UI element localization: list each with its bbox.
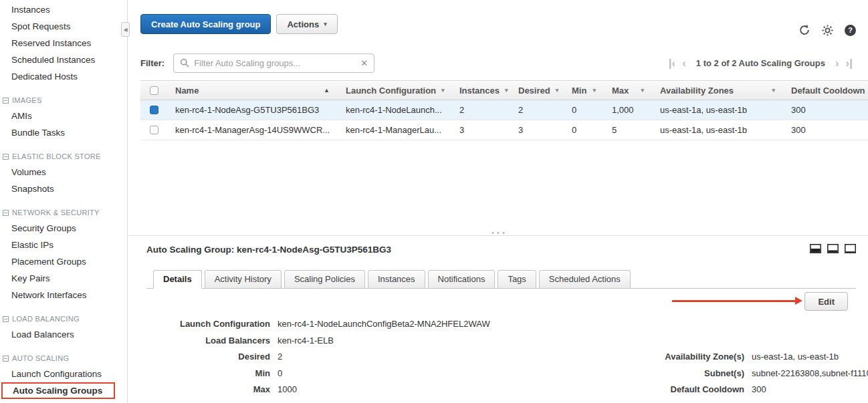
pane-split-small-icon[interactable] bbox=[827, 244, 839, 253]
filter-search-box: ✕ bbox=[173, 53, 374, 73]
row-checkbox[interactable] bbox=[150, 106, 158, 114]
sidebar-item-auto-scaling-groups[interactable]: Auto Scaling Groups bbox=[1, 382, 115, 399]
tab-notifications[interactable]: Notifications bbox=[428, 270, 496, 289]
column-header-label: Availability Zones bbox=[660, 86, 734, 96]
pane-resize-handle[interactable] bbox=[485, 230, 512, 236]
table-row[interactable]: ken-rc4-1-ManagerAsg-14US9WWCR...ken-rc4… bbox=[140, 120, 868, 140]
collapse-section-icon bbox=[3, 154, 9, 160]
column-header-instances[interactable]: Instances▾ bbox=[451, 81, 510, 100]
sidebar-item-scheduled-instances[interactable]: Scheduled Instances bbox=[0, 51, 127, 68]
cell-min: 0 bbox=[564, 100, 604, 120]
gear-icon[interactable] bbox=[822, 25, 833, 36]
detail-field-launch-configuration: Launch Configurationken-rc4-1-NodeLaunch… bbox=[146, 316, 490, 333]
detail-field-max: Max1000 bbox=[146, 382, 490, 398]
pane-layout-controls bbox=[810, 244, 856, 253]
column-header-label: Name bbox=[175, 86, 199, 96]
sidebar-item-key-pairs[interactable]: Key Pairs bbox=[0, 270, 127, 287]
pane-closed-icon[interactable] bbox=[845, 244, 856, 253]
sidebar-section-auto-scaling[interactable]: AUTO SCALING bbox=[0, 351, 127, 366]
red-arrow-annotation bbox=[672, 300, 796, 302]
cell-instances: 2 bbox=[451, 100, 510, 120]
cell-min: 0 bbox=[564, 120, 604, 140]
sidebar-section-label: NETWORK & SECURITY bbox=[12, 209, 100, 217]
select-all-checkbox[interactable] bbox=[150, 86, 158, 95]
sidebar-item-load-balancers[interactable]: Load Balancers bbox=[0, 326, 127, 343]
sidebar-item-snapshots[interactable]: Snapshots bbox=[0, 180, 127, 197]
column-header-name[interactable]: Name▲ bbox=[167, 81, 338, 100]
sidebar-item-reserved-instances[interactable]: Reserved Instances bbox=[0, 35, 127, 51]
sidebar-item-dedicated-hosts[interactable]: Dedicated Hosts bbox=[0, 68, 127, 85]
sidebar-section-elastic-block-store[interactable]: ELASTIC BLOCK STORE bbox=[0, 149, 127, 164]
tab-activity-history[interactable]: Activity History bbox=[205, 270, 282, 289]
details-tabs: DetailsActivity HistoryScaling PoliciesI… bbox=[146, 269, 856, 289]
sidebar-item-bundle-tasks[interactable]: Bundle Tasks bbox=[0, 124, 127, 141]
search-icon bbox=[180, 58, 189, 68]
row-checkbox[interactable] bbox=[150, 126, 158, 134]
column-header-launch-configuration[interactable]: Launch Configuration▾ bbox=[338, 81, 451, 100]
field-value: ken-rc4-1-ELB bbox=[278, 333, 334, 350]
tab-tags[interactable]: Tags bbox=[498, 270, 536, 289]
column-header-default-cooldown[interactable]: Default Cooldown▾ bbox=[783, 81, 868, 100]
sidebar-item-network-interfaces[interactable]: Network Interfaces bbox=[0, 287, 127, 303]
field-label: Min bbox=[146, 366, 270, 382]
filter-row: Filter: ✕ |‹ ‹ 1 to 2 of 2 Auto Scaling … bbox=[140, 53, 856, 73]
toolbar: Create Auto Scaling group Actions ▾ bbox=[140, 14, 338, 34]
cell-launch-configuration: ken-rc4-1-ManagerLau... bbox=[338, 120, 451, 140]
row-checkbox-cell bbox=[140, 100, 167, 120]
cell-max: 5 bbox=[604, 120, 652, 140]
tab-instances[interactable]: Instances bbox=[368, 270, 425, 289]
cell-default-cooldown: 300 bbox=[783, 100, 868, 120]
pane-split-half-icon[interactable] bbox=[810, 244, 821, 253]
tab-scaling-policies[interactable]: Scaling Policies bbox=[284, 270, 365, 289]
pagination-prev-button[interactable]: ‹ bbox=[679, 57, 689, 69]
sidebar-section-images[interactable]: IMAGES bbox=[0, 93, 127, 108]
cell-default-cooldown: 300 bbox=[783, 120, 868, 140]
cell-availability-zones: us-east-1a, us-east-1b bbox=[652, 120, 783, 140]
refresh-icon[interactable] bbox=[798, 24, 810, 36]
sidebar-section-network-security[interactable]: NETWORK & SECURITY bbox=[0, 205, 127, 220]
pagination-first-button[interactable]: |‹ bbox=[665, 57, 679, 69]
field-value: us-east-1a, us-east-1b bbox=[752, 349, 839, 366]
column-header-max[interactable]: Max▾ bbox=[604, 81, 652, 100]
sidebar-collapse-button[interactable]: ◀ bbox=[121, 22, 130, 37]
sidebar-item-security-groups[interactable]: Security Groups bbox=[0, 220, 127, 237]
sidebar-section-label: IMAGES bbox=[12, 96, 42, 104]
chevron-left-icon: ◀ bbox=[123, 27, 127, 33]
field-value: EC2 bbox=[278, 398, 294, 403]
filter-input[interactable] bbox=[194, 58, 356, 68]
sidebar-item-elastic-ips[interactable]: Elastic IPs bbox=[0, 237, 127, 253]
sidebar-item-instances[interactable]: Instances bbox=[0, 1, 127, 18]
sidebar-item-volumes[interactable]: Volumes bbox=[0, 164, 127, 180]
create-auto-scaling-group-button[interactable]: Create Auto Scaling group bbox=[140, 14, 271, 34]
tab-scheduled-actions[interactable]: Scheduled Actions bbox=[539, 270, 631, 289]
details-pane: Auto Scaling Group: ken-rc4-1-NodeAsg-G5… bbox=[128, 235, 868, 403]
sidebar-item-placement-groups[interactable]: Placement Groups bbox=[0, 253, 127, 270]
sidebar-section-load-balancing[interactable]: LOAD BALANCING bbox=[0, 311, 127, 326]
field-label: Subnet(s) bbox=[617, 366, 744, 382]
sidebar-item-spot-requests[interactable]: Spot Requests bbox=[0, 18, 127, 35]
help-icon[interactable]: ? bbox=[845, 25, 856, 36]
column-header-min[interactable]: Min▾ bbox=[564, 81, 604, 100]
actions-button[interactable]: Actions ▾ bbox=[276, 14, 337, 34]
cell-desired: 2 bbox=[510, 100, 564, 120]
pagination-next-button[interactable]: › bbox=[832, 57, 843, 69]
tab-details[interactable]: Details bbox=[153, 270, 202, 289]
select-all-cell bbox=[140, 81, 167, 100]
pagination-last-button[interactable]: ›| bbox=[843, 57, 856, 69]
column-header-label: Instances bbox=[459, 86, 500, 96]
pagination-status: 1 to 2 of 2 Auto Scaling Groups bbox=[696, 58, 825, 68]
field-label: Availability Zone(s) bbox=[617, 349, 744, 366]
table-row[interactable]: ken-rc4-1-NodeAsg-G5TU3P561BG3ken-rc4-1-… bbox=[140, 100, 868, 120]
collapse-section-icon bbox=[3, 98, 9, 104]
field-value: 2 bbox=[278, 349, 282, 366]
sort-caret-icon: ▾ bbox=[550, 87, 559, 94]
sidebar-item-amis[interactable]: AMIs bbox=[0, 108, 127, 124]
column-header-availability-zones[interactable]: Availability Zones▾ bbox=[652, 81, 783, 100]
edit-button[interactable]: Edit bbox=[804, 292, 848, 311]
column-header-desired[interactable]: Desired▾ bbox=[510, 81, 564, 100]
clear-filter-icon[interactable]: ✕ bbox=[356, 58, 368, 68]
sidebar-item-launch-configurations[interactable]: Launch Configurations bbox=[0, 366, 127, 382]
sort-ascending-icon: ▲ bbox=[318, 87, 330, 94]
chevron-down-icon: ▾ bbox=[324, 21, 327, 27]
detail-field-desired: Desired2 bbox=[146, 349, 490, 366]
